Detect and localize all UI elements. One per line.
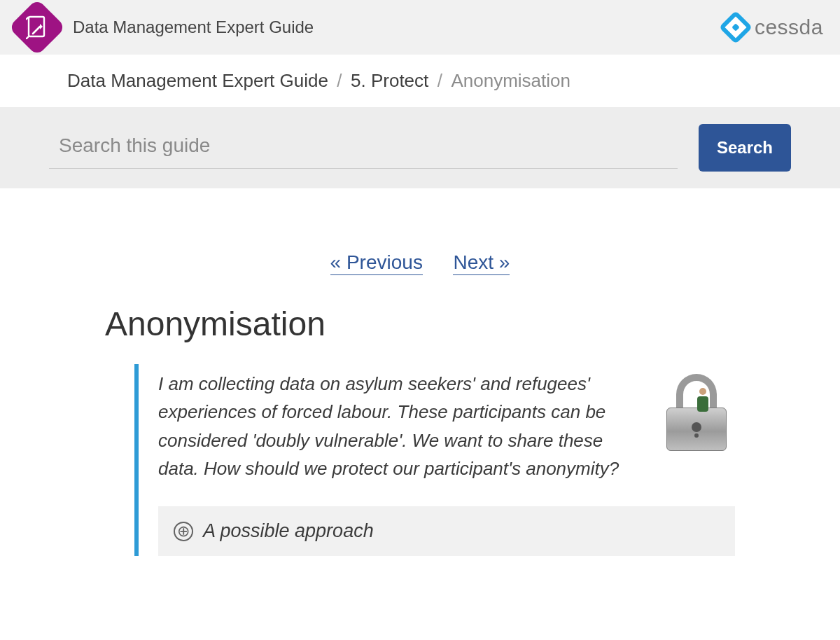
site-title: Data Management Expert Guide [73, 18, 314, 37]
padlock-illustration [658, 370, 735, 451]
search-button[interactable]: Search [699, 124, 791, 172]
approach-toggle[interactable]: ⊕ A possible approach [158, 506, 735, 556]
breadcrumb-separator: / [432, 70, 448, 91]
top-bar-left: Data Management Expert Guide [17, 7, 314, 48]
pager: « Previous Next » [105, 251, 735, 274]
pager-next[interactable]: Next » [453, 251, 510, 275]
quote-block: I am collecting data on asylum seekers' … [134, 364, 735, 556]
breadcrumb-item-root[interactable]: Data Management Expert Guide [67, 70, 328, 91]
site-logo-icon [8, 0, 66, 56]
breadcrumb-separator: / [331, 70, 347, 91]
padlock-icon [666, 374, 727, 451]
breadcrumb-item-section[interactable]: 5. Protect [351, 70, 428, 91]
pager-prev[interactable]: « Previous [330, 251, 423, 275]
main-content: « Previous Next » Anonymisation I am col… [0, 188, 840, 584]
page-title: Anonymisation [105, 305, 735, 343]
search-bar: Search [0, 107, 840, 188]
approach-label: A possible approach [203, 520, 374, 542]
brand-name: cessda [755, 15, 823, 39]
quote-text: I am collecting data on asylum seekers' … [158, 370, 637, 482]
search-input[interactable] [49, 127, 678, 169]
expand-icon: ⊕ [174, 522, 193, 541]
top-bar: Data Management Expert Guide cessda [0, 0, 840, 55]
brand-mark-icon [719, 11, 752, 44]
breadcrumb: Data Management Expert Guide / 5. Protec… [0, 55, 840, 107]
breadcrumb-current: Anonymisation [451, 70, 570, 91]
brand-area[interactable]: cessda [724, 15, 823, 39]
